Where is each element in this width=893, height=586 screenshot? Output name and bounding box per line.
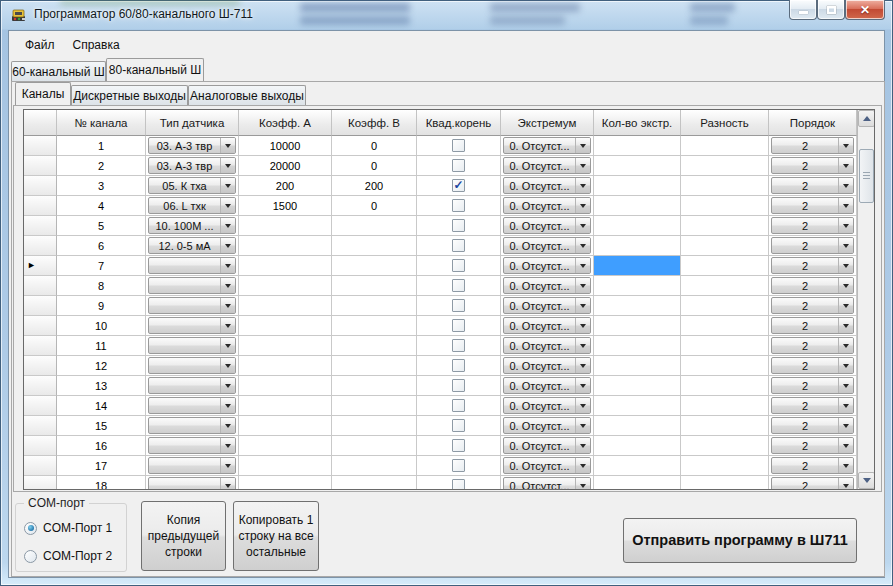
dropdown-button[interactable]	[838, 458, 853, 473]
dropdown-button[interactable]	[838, 198, 853, 213]
channel-number-cell[interactable]: 8	[57, 276, 146, 296]
extremum-dropdown[interactable]: 0. Отсутст...	[503, 457, 591, 474]
coef-a-cell[interactable]	[239, 256, 332, 276]
coef-a-cell[interactable]: 200	[239, 176, 332, 196]
order-dropdown[interactable]: 2	[771, 157, 854, 174]
coef-a-cell[interactable]	[239, 236, 332, 256]
channel-number-cell[interactable]: 18	[57, 476, 146, 489]
sqrt-checkbox[interactable]	[452, 439, 465, 452]
sqrt-checkbox[interactable]	[452, 359, 465, 372]
difference-cell[interactable]	[681, 216, 769, 236]
row-header-cell[interactable]	[24, 136, 57, 156]
sqrt-checkbox[interactable]	[452, 199, 465, 212]
qty-extr-cell[interactable]	[594, 416, 681, 436]
dropdown-button[interactable]	[838, 338, 853, 353]
sqrt-checkbox[interactable]	[452, 479, 465, 489]
dropdown-button[interactable]	[575, 138, 590, 153]
difference-cell[interactable]	[681, 256, 769, 276]
dropdown-button[interactable]	[575, 178, 590, 193]
row-header-cell[interactable]	[24, 376, 57, 396]
qty-extr-cell[interactable]	[594, 476, 681, 489]
dropdown-button[interactable]	[220, 478, 235, 489]
extremum-dropdown[interactable]: 0. Отсутст...	[503, 157, 591, 174]
row-header-cell[interactable]	[24, 196, 57, 216]
channel-number-cell[interactable]: 15	[57, 416, 146, 436]
dropdown-button[interactable]	[220, 278, 235, 293]
dropdown-button[interactable]	[838, 238, 853, 253]
difference-cell[interactable]	[681, 156, 769, 176]
dropdown-button[interactable]	[575, 438, 590, 453]
order-dropdown[interactable]: 2	[771, 257, 854, 274]
sensor-type-dropdown[interactable]	[148, 397, 236, 414]
column-header[interactable]: Разность	[681, 110, 769, 136]
column-header[interactable]: Порядок	[769, 110, 857, 136]
dropdown-button[interactable]	[575, 198, 590, 213]
channel-number-cell[interactable]: 17	[57, 456, 146, 476]
scrollbar-thumb[interactable]	[859, 149, 874, 203]
row-header-cell[interactable]	[24, 416, 57, 436]
order-dropdown[interactable]: 2	[771, 317, 854, 334]
difference-cell[interactable]	[681, 136, 769, 156]
dropdown-button[interactable]	[220, 398, 235, 413]
coef-b-cell[interactable]	[332, 276, 417, 296]
extremum-dropdown[interactable]: 0. Отсутст...	[503, 257, 591, 274]
dropdown-button[interactable]	[838, 278, 853, 293]
menu-help[interactable]: Справка	[64, 34, 129, 56]
tab-80-channel[interactable]: 80-канальный Ш	[106, 58, 204, 81]
order-dropdown[interactable]: 2	[771, 457, 854, 474]
select-all-cell[interactable]	[24, 110, 57, 136]
qty-extr-cell[interactable]	[594, 376, 681, 396]
order-dropdown[interactable]: 2	[771, 277, 854, 294]
sensor-type-dropdown[interactable]: 03. А-3 твр	[148, 157, 236, 174]
dropdown-button[interactable]	[575, 458, 590, 473]
dropdown-button[interactable]	[220, 338, 235, 353]
qty-extr-cell[interactable]	[594, 276, 681, 296]
order-dropdown[interactable]: 2	[771, 237, 854, 254]
com-port-2-option[interactable]: COM-Порт 2	[24, 549, 112, 563]
tab-channels[interactable]: Каналы	[15, 82, 71, 105]
coef-a-cell[interactable]	[239, 396, 332, 416]
coef-a-cell[interactable]	[239, 476, 332, 489]
dropdown-button[interactable]	[575, 318, 590, 333]
coef-a-cell[interactable]: 20000	[239, 156, 332, 176]
dropdown-button[interactable]	[838, 418, 853, 433]
coef-b-cell[interactable]	[332, 296, 417, 316]
coef-b-cell[interactable]	[332, 316, 417, 336]
sqrt-checkbox[interactable]	[452, 239, 465, 252]
row-header-cell[interactable]	[24, 296, 57, 316]
order-dropdown[interactable]: 2	[771, 397, 854, 414]
dropdown-button[interactable]	[838, 378, 853, 393]
channel-number-cell[interactable]: 12	[57, 356, 146, 376]
dropdown-button[interactable]	[220, 438, 235, 453]
order-dropdown[interactable]: 2	[771, 477, 854, 489]
sqrt-checkbox[interactable]	[452, 399, 465, 412]
difference-cell[interactable]	[681, 196, 769, 216]
qty-extr-cell[interactable]	[594, 156, 681, 176]
sqrt-checkbox[interactable]	[452, 379, 465, 392]
channel-number-cell[interactable]: 6	[57, 236, 146, 256]
extremum-dropdown[interactable]: 0. Отсутст...	[503, 197, 591, 214]
column-header[interactable]: Экстремум	[501, 110, 594, 136]
dropdown-button[interactable]	[838, 158, 853, 173]
difference-cell[interactable]	[681, 176, 769, 196]
extremum-dropdown[interactable]: 0. Отсутст...	[503, 217, 591, 234]
difference-cell[interactable]	[681, 456, 769, 476]
qty-extr-cell[interactable]	[594, 396, 681, 416]
order-dropdown[interactable]: 2	[771, 297, 854, 314]
sqrt-checkbox[interactable]	[452, 139, 465, 152]
extremum-dropdown[interactable]: 0. Отсутст...	[503, 297, 591, 314]
coef-b-cell[interactable]	[332, 476, 417, 489]
dropdown-button[interactable]	[838, 178, 853, 193]
column-header[interactable]: Коэфф. В	[332, 110, 417, 136]
sqrt-checkbox[interactable]	[452, 259, 465, 272]
difference-cell[interactable]	[681, 396, 769, 416]
dropdown-button[interactable]	[575, 378, 590, 393]
com-port-1-option[interactable]: COM-Порт 1	[24, 521, 112, 535]
sensor-type-dropdown[interactable]: 12. 0-5 мА	[148, 237, 236, 254]
scroll-up-button[interactable]	[858, 110, 875, 127]
coef-a-cell[interactable]	[239, 416, 332, 436]
dropdown-button[interactable]	[575, 158, 590, 173]
row-header-cell[interactable]	[24, 396, 57, 416]
column-header[interactable]: № канала	[57, 110, 146, 136]
extremum-dropdown[interactable]: 0. Отсутст...	[503, 177, 591, 194]
